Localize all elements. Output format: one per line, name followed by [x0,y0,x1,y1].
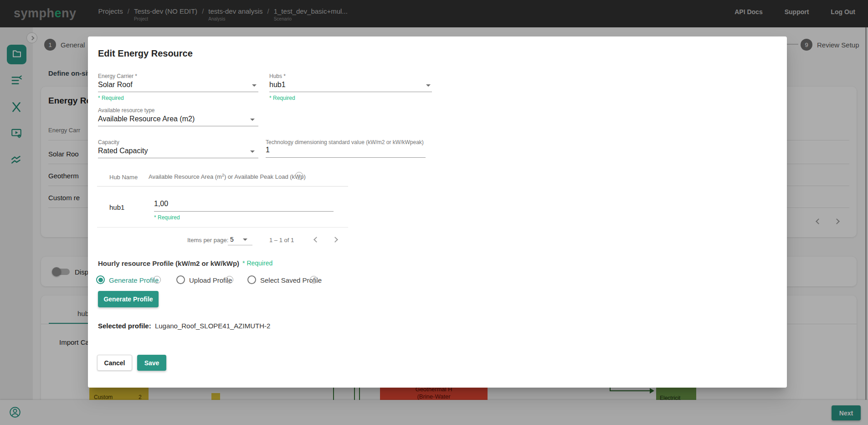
field-underline [228,245,252,245]
hourly-profile-heading: Hourly resource Profile (kW/m2 or kW/kWp… [98,259,272,267]
field-underline [98,158,258,158]
edit-energy-resource-dialog: Edit Energy Resource Energy Carrier * So… [88,36,787,388]
field-underline [269,92,432,92]
select-saved-profile-radio[interactable] [247,275,256,284]
area-column-header: Available Resource Area (m2) or Availabl… [149,173,306,180]
paginator-range: 1 – 1 of 1 [269,237,294,244]
items-per-page-select[interactable]: 5 [230,236,234,243]
resource-type-label: Available resource type [98,107,155,114]
chevron-down-icon[interactable] [243,238,247,241]
required-hint: * Required [269,95,295,101]
save-button[interactable]: Save [137,355,166,371]
selected-profile: Selected profile: Lugano_Roof_SLOPE41_AZ… [98,322,270,330]
chevron-down-icon[interactable] [250,119,255,121]
generate-profile-button[interactable]: Generate Profile [98,291,159,307]
energy-carrier-label: Energy Carrier * [98,73,137,79]
hub-area-input[interactable] [154,200,334,212]
cancel-button[interactable]: Cancel [97,355,132,371]
capacity-select[interactable]: Rated Capacity [98,147,148,155]
info-icon[interactable] [226,276,233,284]
info-icon[interactable] [295,172,303,180]
generate-profile-radio[interactable] [96,275,105,284]
capacity-label: Capacity [98,139,119,145]
field-underline [98,92,258,92]
items-per-page-label: Items per page: [187,237,228,244]
required-hint: * Required [154,214,180,221]
required-hint: * Required [98,95,124,101]
tech-standard-value-input[interactable] [266,146,426,158]
app-root: sympheny Projects / Tests-dev (NO EDIT) … [0,0,868,425]
info-icon[interactable] [153,276,161,284]
hubs-label: Hubs * [269,73,286,79]
dialog-title: Edit Energy Resource [98,48,193,59]
hubs-select[interactable]: hub1 [269,81,286,89]
paginator-prev-button[interactable] [313,237,319,243]
hub-name-column-header: Hub Name [109,174,138,181]
required-hint: * Required [242,259,272,267]
selected-profile-label: Selected profile: [98,322,151,330]
chevron-down-icon[interactable] [252,84,257,87]
chevron-down-icon[interactable] [250,150,255,153]
generate-profile-radio-label[interactable]: Generate Profile [109,276,159,284]
table-divider [97,186,348,187]
table-divider [97,227,348,228]
hub-row-name: hub1 [109,203,124,211]
field-underline [98,126,258,126]
selected-profile-value: Lugano_Roof_SLOPE41_AZIMUTH-2 [155,322,270,330]
chevron-down-icon[interactable] [426,84,431,87]
info-icon[interactable] [310,276,318,284]
upload-profile-radio[interactable] [176,275,185,284]
heading-text: Hourly resource Profile (kW/m2 or kW/kWp… [98,259,239,267]
tech-standard-value-label: Technology dimensioning standard value (… [266,139,424,145]
resource-type-select[interactable]: Available Resource Area (m2) [98,115,195,123]
paginator-next-button[interactable] [332,237,338,243]
energy-carrier-select[interactable]: Solar Roof [98,81,133,89]
